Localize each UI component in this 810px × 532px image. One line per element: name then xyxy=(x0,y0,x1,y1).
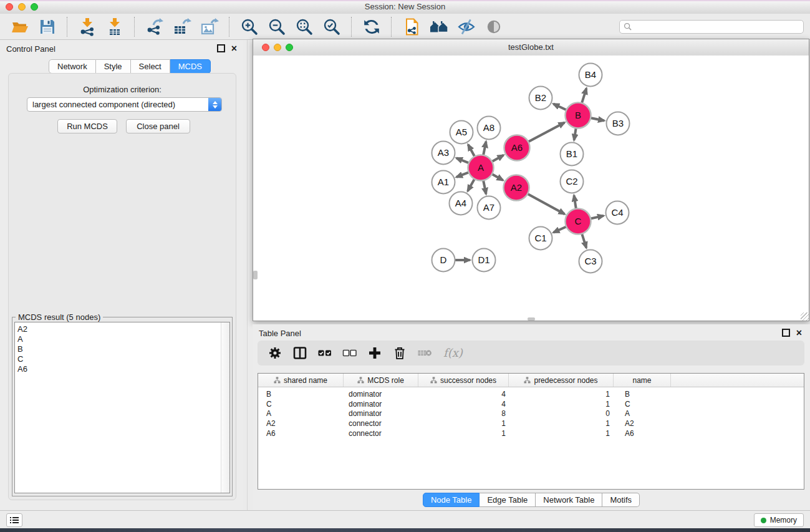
optimization-criterion-label: Optimization criterion: xyxy=(9,85,236,94)
tab-mcds[interactable]: MCDS xyxy=(170,59,211,74)
close-table-panel-icon[interactable]: × xyxy=(796,330,802,336)
task-history-button[interactable] xyxy=(6,513,22,527)
column-header-label: successor nodes xyxy=(440,376,496,385)
table-cell[interactable]: 1 xyxy=(509,419,614,429)
memory-button[interactable]: Memory xyxy=(754,513,804,527)
search-input[interactable] xyxy=(635,22,799,32)
graph-node-label-B: B xyxy=(575,110,581,120)
select-all-checkboxes-icon[interactable] xyxy=(317,346,332,360)
table-cell[interactable]: A xyxy=(614,409,671,419)
network-canvas[interactable]: B4B2BB3A8A5A6A3B1AA1C2A2A4A7C4CC1C3DD1 xyxy=(253,56,809,321)
column-header-successor-nodes[interactable]: successor nodes xyxy=(418,374,509,387)
deselect-all-checkboxes-icon[interactable] xyxy=(342,346,357,360)
run-mcds-button[interactable]: Run MCDS xyxy=(57,119,117,133)
column-header-label: name xyxy=(632,376,651,385)
zoom-in-icon[interactable] xyxy=(240,17,259,36)
table-cell[interactable]: A6 xyxy=(258,429,344,439)
mcds-result-item[interactable]: C xyxy=(15,354,221,364)
column-header-shared-name[interactable]: shared name xyxy=(258,374,344,387)
table-cell[interactable]: 1 xyxy=(509,390,614,400)
table-cell[interactable]: 0 xyxy=(509,409,614,419)
graph-node-label-B3: B3 xyxy=(612,118,624,128)
float-panel-icon[interactable] xyxy=(217,44,225,52)
table-cell[interactable]: A2 xyxy=(258,419,344,429)
close-panel-button[interactable]: Close panel xyxy=(126,119,190,133)
table-cell[interactable]: 4 xyxy=(418,400,509,410)
column-header-label: shared name xyxy=(284,376,327,385)
table-cell[interactable]: dominator xyxy=(344,400,418,410)
table-cell[interactable]: dominator xyxy=(344,409,418,419)
table-cell[interactable]: 1 xyxy=(509,429,614,439)
hide-graphics-details-icon[interactable] xyxy=(457,17,476,36)
mcds-result-item[interactable]: A2 xyxy=(15,324,221,334)
mcds-result-item[interactable]: B xyxy=(15,344,221,354)
open-network-file-icon[interactable] xyxy=(402,17,421,36)
zoom-selected-icon[interactable] xyxy=(322,17,341,36)
table-cell[interactable]: A6 xyxy=(614,429,671,439)
table-row: A6connector11A6 xyxy=(258,429,804,439)
save-session-icon[interactable] xyxy=(38,17,57,36)
export-network-icon[interactable] xyxy=(145,17,164,36)
table-cell[interactable]: A xyxy=(258,409,344,419)
tab-motifs[interactable]: Motifs xyxy=(602,493,640,507)
toolbar-separator xyxy=(134,17,135,37)
mcds-result-item[interactable]: A6 xyxy=(15,364,221,374)
criterion-dropdown[interactable]: largest connected component (directed) xyxy=(27,97,222,112)
resize-grip[interactable] xyxy=(801,312,809,321)
table-cell[interactable]: connector xyxy=(344,429,418,439)
tab-style[interactable]: Style xyxy=(96,59,131,74)
graph-node-label-D1: D1 xyxy=(478,254,489,265)
task-list-icon xyxy=(10,516,19,524)
zoom-fit-icon[interactable] xyxy=(295,17,314,36)
table-cell[interactable]: A2 xyxy=(614,419,671,429)
vertical-scroll-thumb[interactable] xyxy=(253,271,258,279)
open-file-icon[interactable] xyxy=(11,17,29,36)
graph-node-label-B4: B4 xyxy=(585,69,596,80)
table-cell[interactable]: B xyxy=(258,390,344,400)
column-header-MCDS-role[interactable]: MCDS role xyxy=(344,374,418,387)
mcds-tab-content: Optimization criterion: largest connecte… xyxy=(8,73,236,500)
home-icon[interactable] xyxy=(430,17,448,36)
graph-node-label-A8: A8 xyxy=(483,122,494,133)
table-cell[interactable]: C xyxy=(258,400,344,410)
refresh-layout-icon[interactable] xyxy=(362,17,381,36)
mcds-result-title: MCDS result (5 nodes) xyxy=(16,312,103,322)
export-image-icon[interactable] xyxy=(200,17,219,36)
table-cell[interactable]: 4 xyxy=(418,390,509,400)
horizontal-scroll-thumb[interactable] xyxy=(528,317,535,321)
titlebar-accent xyxy=(0,0,810,1)
list-scrollbar[interactable] xyxy=(221,322,229,493)
graph-node-label-A1: A1 xyxy=(438,177,449,187)
table-cell[interactable]: B xyxy=(614,390,671,400)
settings-icon[interactable] xyxy=(268,346,282,360)
export-table-icon[interactable] xyxy=(173,17,191,36)
tab-network-table[interactable]: Network Table xyxy=(536,493,602,507)
table-cell[interactable]: 1 xyxy=(418,429,509,439)
add-column-icon[interactable] xyxy=(367,346,382,360)
tab-edge-table[interactable]: Edge Table xyxy=(480,493,536,507)
tab-select[interactable]: Select xyxy=(131,59,170,74)
column-header-label: MCDS role xyxy=(367,376,404,385)
mcds-result-item[interactable]: A xyxy=(15,334,221,344)
zoom-out-icon[interactable] xyxy=(268,17,286,36)
column-header-name[interactable]: name xyxy=(614,374,671,387)
table-cell[interactable]: 8 xyxy=(418,409,509,419)
table-cell[interactable]: dominator xyxy=(344,390,418,400)
column-header-predecessor-nodes[interactable]: predecessor nodes xyxy=(509,374,614,387)
table-cell[interactable]: 1 xyxy=(509,400,614,410)
search-box[interactable] xyxy=(619,20,804,34)
show-graphics-details-icon[interactable] xyxy=(485,17,503,36)
tab-network[interactable]: Network xyxy=(49,59,96,74)
close-panel-icon[interactable]: × xyxy=(231,46,237,52)
column-layout-icon[interactable] xyxy=(292,346,307,360)
table-cell[interactable]: C xyxy=(614,400,671,410)
tab-node-table[interactable]: Node Table xyxy=(423,493,480,507)
table-tabs: Node TableEdge TableNetwork TableMotifs xyxy=(253,493,810,507)
network-view-window: testGlobe.txt B4B2BB3A8A5A6A3B1AA1C2A2A4… xyxy=(253,39,809,321)
import-table-icon[interactable] xyxy=(105,17,124,36)
float-table-panel-icon[interactable] xyxy=(782,329,790,337)
import-network-icon[interactable] xyxy=(78,17,97,36)
table-cell[interactable]: connector xyxy=(344,419,418,429)
delete-column-icon[interactable] xyxy=(392,346,407,360)
table-cell[interactable]: 1 xyxy=(418,419,509,429)
